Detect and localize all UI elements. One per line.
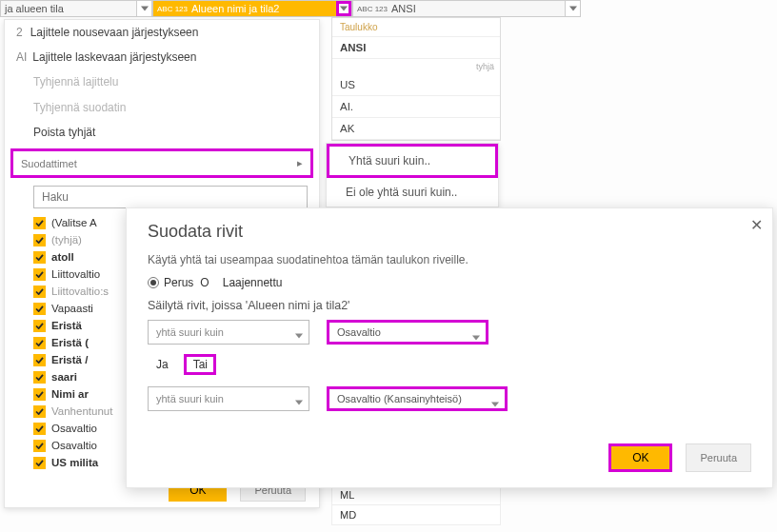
- checkbox-label: Eristä (: [51, 337, 89, 348]
- mode-radio-row: PerusO Laajennettu: [148, 276, 751, 289]
- ansi-tail: tyhjä: [332, 59, 500, 74]
- column-header-3[interactable]: ABC 123 ANSI: [352, 0, 581, 17]
- search-input[interactable]: [33, 186, 308, 208]
- ansi-list-row[interactable]: AK: [332, 118, 500, 140]
- remove-empty[interactable]: Poista tyhjät: [5, 120, 319, 145]
- ansi-list-header: Taulukko: [332, 18, 500, 37]
- column-header-2-selected[interactable]: ABC 123 Alueen nimi ja tila2: [152, 0, 352, 17]
- radio-advanced[interactable]: Laajennettu: [223, 276, 283, 289]
- dropdown-icon[interactable]: [336, 1, 351, 16]
- radio-and[interactable]: Ja: [151, 358, 169, 371]
- checkbox-icon: [33, 286, 46, 298]
- ansi-list-row[interactable]: ANSI: [332, 37, 500, 59]
- submenu-equals[interactable]: Yhtä suuri kuin..: [327, 144, 498, 178]
- filter-row-1: yhtä suuri kuin Osavaltio: [148, 320, 751, 345]
- clear-sort: Tyhjennä lajittelu: [5, 69, 319, 94]
- checkbox-icon: [33, 423, 46, 435]
- chevron-down-icon: [295, 396, 303, 407]
- column-label: Alueen nimi ja tila2: [191, 3, 279, 14]
- checkbox-icon: [33, 371, 46, 384]
- checkbox-label: saari: [51, 371, 77, 383]
- checkbox-label: Vapaasti: [51, 303, 93, 314]
- checkbox-label: Nimi ar: [51, 388, 89, 400]
- radio-or[interactable]: Tai: [184, 354, 216, 375]
- value-combo-1[interactable]: Osavaltio: [327, 320, 488, 345]
- checkbox-label: Liittovaltio: [51, 268, 100, 280]
- checkbox-icon: [33, 268, 46, 281]
- column-header-1[interactable]: ja alueen tila: [0, 0, 152, 17]
- clear-filter: Tyhjennä suodatin: [5, 95, 319, 120]
- type-icon: ABC 123: [357, 6, 388, 12]
- checkbox-icon: [33, 303, 46, 315]
- keep-rows-label: Säilytä rivit, joissa 'Alueen nimi ja ti…: [148, 299, 751, 312]
- ansi-dropdown-list: Taulukko ANSI tyhjä US AI. AK: [331, 17, 501, 141]
- chevron-down-icon: [491, 398, 499, 409]
- checkbox-icon: [33, 457, 46, 469]
- filters-flyout[interactable]: Suodattimet ▸: [10, 148, 313, 178]
- operator-combo-2[interactable]: yhtä suuri kuin: [148, 386, 309, 411]
- checkbox-icon: [33, 234, 46, 246]
- dialog-title: Suodata rivit: [148, 222, 751, 242]
- filters-label: Suodattimet: [21, 158, 77, 169]
- checkbox-icon: [33, 337, 46, 349]
- dialog-cancel-button[interactable]: Peruuta: [686, 443, 751, 472]
- checkbox-label: Vanhentunut: [51, 405, 112, 417]
- chevron-right-icon: ▸: [297, 157, 303, 169]
- checkbox-icon: [33, 354, 46, 366]
- checkbox-icon: [33, 440, 46, 452]
- ansi-list-row[interactable]: US: [332, 74, 500, 96]
- value-combo-2[interactable]: Osavaltio (Kansainyhteisö): [327, 386, 508, 411]
- checkbox-label: atoll: [51, 251, 74, 263]
- ansi-list-row[interactable]: AI.: [332, 96, 500, 118]
- checkbox-label: Eristä: [51, 320, 82, 331]
- checkbox-label: (Valitse A: [51, 217, 97, 228]
- filter-row-2: yhtä suuri kuin Osavaltio (Kansainyhteis…: [148, 386, 751, 411]
- chevron-down-icon: [295, 329, 303, 341]
- column-label: ja alueen tila: [5, 3, 64, 14]
- sort-ascending[interactable]: 2Lajittele nousevaan järjestykseen: [5, 20, 319, 45]
- checkbox-icon: [33, 251, 46, 264]
- submenu-not-equals[interactable]: Ei ole yhtä suuri kuin..: [327, 178, 498, 207]
- checkbox-label: (tyhjä): [51, 234, 82, 246]
- dialog-subtitle: Käytä yhtä tai useampaa suodatinehtoa tä…: [148, 253, 751, 266]
- close-icon[interactable]: ✕: [750, 216, 763, 234]
- checkbox-label: Liittovaltio:s: [51, 286, 109, 297]
- checkbox-icon: [33, 217, 46, 229]
- dropdown-icon[interactable]: [565, 1, 580, 16]
- dropdown-icon[interactable]: [136, 1, 151, 16]
- checkbox-icon: [33, 405, 46, 418]
- filter-submenu: Yhtä suuri kuin.. Ei ole yhtä suuri kuin…: [326, 143, 499, 207]
- filter-rows-dialog: ✕ Suodata rivit Käytä yhtä tai useampaa …: [126, 207, 773, 488]
- checkbox-label: Osavaltio: [51, 423, 97, 434]
- dialog-ok-button[interactable]: OK: [611, 446, 669, 469]
- table-row[interactable]: MD: [331, 505, 501, 525]
- checkbox-label: US milita: [51, 457, 98, 468]
- dialog-footer: OK Peruuta: [608, 443, 751, 472]
- radio-basic[interactable]: PerusO: [148, 276, 209, 289]
- type-icon: ABC 123: [157, 6, 188, 12]
- operator-combo-1[interactable]: yhtä suuri kuin: [148, 320, 309, 345]
- table-row[interactable]: ML: [331, 485, 501, 505]
- checkbox-label: Osavaltio: [51, 440, 97, 451]
- and-or-row: Ja Tai: [151, 354, 751, 375]
- chevron-down-icon: [472, 331, 480, 343]
- column-headers: ja alueen tila ABC 123 Alueen nimi ja ti…: [0, 0, 777, 17]
- column-label: ANSI: [391, 3, 416, 14]
- radio-icon: [148, 277, 159, 288]
- search-row: [33, 186, 308, 208]
- checkbox-icon: [33, 388, 46, 401]
- data-rows-tail: ML MD: [331, 485, 501, 525]
- checkbox-icon: [33, 320, 46, 332]
- checkbox-label: Eristä /: [51, 354, 88, 365]
- sort-descending[interactable]: AILajittele laskevaan järjestykseen: [5, 45, 319, 69]
